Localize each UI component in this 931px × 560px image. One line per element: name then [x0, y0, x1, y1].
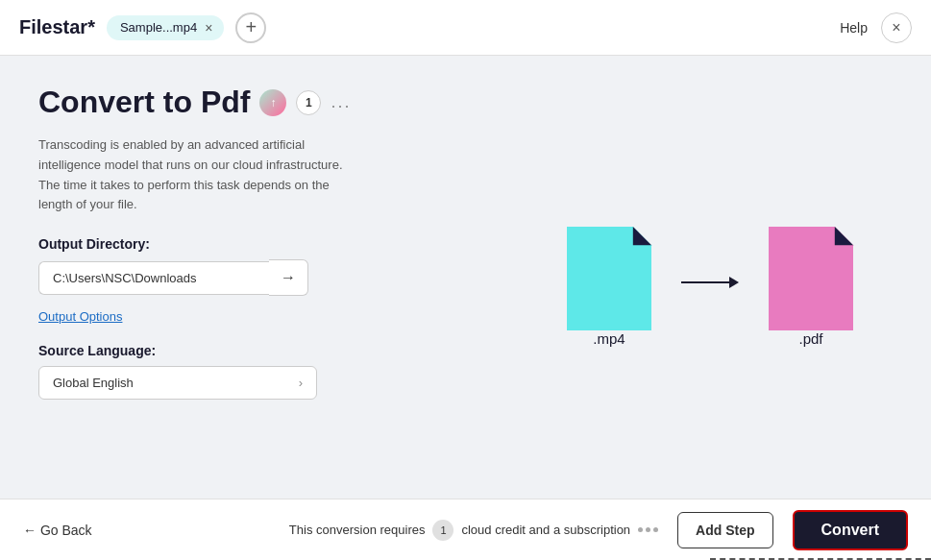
conversion-info: This conversion requires 1 cloud credit … — [289, 520, 658, 541]
header: Filestar* Sample...mp4 × + Help × — [0, 0, 931, 56]
convert-button[interactable]: Convert — [793, 510, 908, 550]
output-dir-label: Output Directory: — [38, 236, 489, 252]
svg-marker-1 — [633, 227, 651, 245]
conversion-arrow-icon — [681, 273, 739, 292]
main-content: Convert to Pdf ↑ 1 ... Transcoding is en… — [0, 56, 931, 499]
more-options-button[interactable]: ... — [331, 92, 351, 112]
target-file-label: .pdf — [798, 330, 822, 347]
output-dir-input[interactable] — [38, 261, 269, 295]
dots-indicator — [638, 527, 658, 532]
upload-icon: ↑ — [270, 96, 276, 110]
close-button[interactable]: × — [881, 12, 912, 43]
header-left: Filestar* Sample...mp4 × + — [19, 12, 266, 43]
add-tab-button[interactable]: + — [235, 12, 266, 43]
credit-count-badge: 1 — [432, 520, 453, 541]
output-dir-row: → — [38, 259, 489, 296]
right-panel: .mp4 .pdf — [527, 85, 893, 499]
output-options-link[interactable]: Output Options — [38, 309, 122, 324]
tab-sample-mp4[interactable]: Sample...mp4 × — [107, 15, 224, 40]
svg-marker-3 — [729, 277, 739, 288]
source-file-icon: .mp4 — [556, 227, 662, 356]
chevron-right-icon: › — [299, 376, 303, 390]
output-dir-navigate-button[interactable]: → — [269, 259, 308, 296]
upload-badge[interactable]: ↑ — [259, 89, 286, 116]
left-panel: Convert to Pdf ↑ 1 ... Transcoding is en… — [38, 85, 489, 499]
page-title-text: Convert to Pdf — [38, 85, 250, 120]
description-text: Transcoding is enabled by an advanced ar… — [38, 135, 365, 215]
files-visual: .mp4 .pdf — [556, 227, 864, 356]
dot-2 — [646, 527, 650, 532]
dot-3 — [653, 527, 658, 532]
count-badge: 1 — [296, 90, 321, 115]
help-link[interactable]: Help — [840, 20, 868, 36]
conversion-info-text2: cloud credit and a subscription — [461, 523, 630, 537]
conversion-info-text: This conversion requires — [289, 523, 426, 537]
bottom-bar: ← Go Back This conversion requires 1 clo… — [0, 499, 931, 560]
svg-marker-5 — [835, 227, 853, 245]
source-lang-value: Global English — [53, 376, 134, 390]
source-language-select[interactable]: Global English › — [38, 366, 317, 400]
dot-1 — [638, 527, 643, 532]
tab-label: Sample...mp4 — [120, 20, 197, 35]
source-file-svg — [556, 227, 662, 330]
add-step-button[interactable]: Add Step — [677, 512, 772, 548]
source-file-label: .mp4 — [593, 330, 625, 347]
target-file-icon: .pdf — [758, 227, 864, 356]
app-title: Filestar* — [19, 16, 95, 38]
page-title-row: Convert to Pdf ↑ 1 ... — [38, 85, 489, 120]
source-lang-label: Source Language: — [38, 343, 489, 358]
header-right: Help × — [840, 12, 912, 43]
target-file-svg — [758, 227, 864, 330]
go-back-button[interactable]: ← Go Back — [23, 523, 92, 538]
tab-close-icon[interactable]: × — [205, 20, 212, 36]
